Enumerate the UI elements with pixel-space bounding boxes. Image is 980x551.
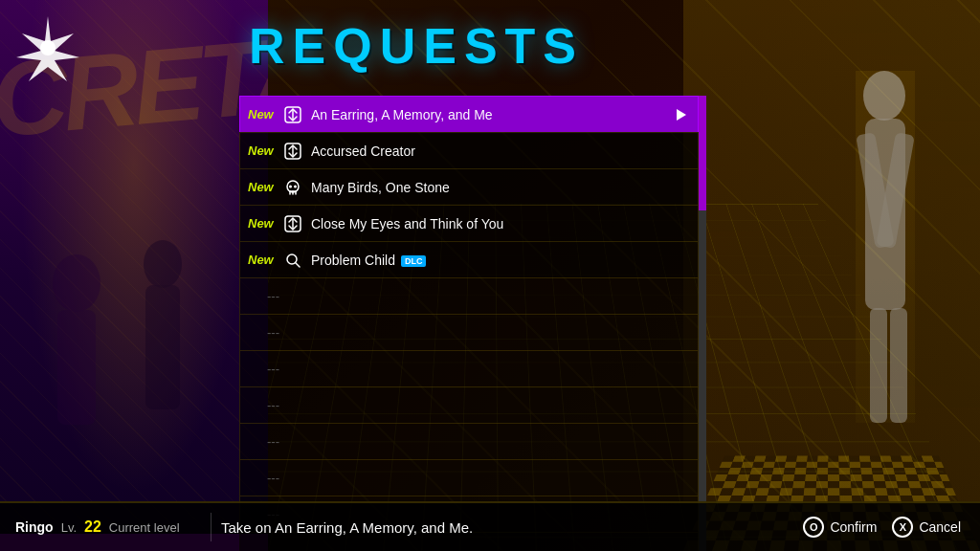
search-icon (282, 250, 303, 271)
confirm-button[interactable]: O Confirm (803, 517, 877, 538)
request-item[interactable]: New An Earring, A Memory, and Me (239, 96, 699, 132)
swap-icon (282, 104, 303, 125)
item-name: Accursed Creator (311, 143, 415, 159)
confirm-label: Confirm (830, 519, 877, 535)
request-item[interactable]: New Problem ChildDLC (239, 241, 699, 277)
item-name: An Earring, A Memory, and Me (311, 107, 493, 122)
request-item[interactable]: --- (239, 314, 699, 350)
svg-point-6 (863, 71, 905, 121)
request-item[interactable]: New Close My Eyes and Think of You (239, 205, 699, 241)
bottom-bar: Ringo Lv. 22 Current level Take on An Ea… (0, 501, 980, 551)
svg-rect-3 (57, 310, 96, 425)
scrollbar-thumb[interactable] (699, 96, 706, 210)
svg-point-1 (40, 40, 56, 55)
current-level-label: Current level (109, 520, 180, 535)
lv-value: 22 (84, 518, 101, 536)
player-name: Ringo (15, 519, 54, 535)
request-item[interactable]: --- (239, 459, 699, 496)
requests-list: New An Earring, A Memory, and MeNew Accu… (239, 96, 699, 551)
empty-slot: --- (248, 289, 279, 303)
item-name: Problem ChildDLC (311, 253, 426, 268)
request-item[interactable]: --- (239, 423, 699, 459)
new-label: New (248, 143, 278, 158)
skull-icon (282, 177, 303, 198)
cancel-label: Cancel (919, 519, 961, 535)
confirm-key-icon: O (803, 517, 824, 538)
empty-slot: --- (248, 434, 279, 449)
request-item[interactable]: New Many Birds, One Stone (239, 168, 699, 205)
lv-label: Lv. (61, 520, 77, 535)
swap-icon (282, 213, 303, 234)
request-item[interactable]: --- (239, 386, 699, 423)
item-name: Many Birds, One Stone (311, 180, 450, 195)
svg-rect-11 (890, 308, 907, 423)
request-item[interactable]: New Accursed Creator (239, 132, 699, 168)
star-burst-icon (14, 14, 81, 81)
empty-slot: --- (248, 325, 279, 340)
empty-slot: --- (248, 398, 279, 412)
svg-line-22 (296, 263, 300, 267)
svg-point-17 (289, 185, 292, 187)
cancel-button[interactable]: X Cancel (892, 517, 961, 538)
empty-slot: --- (248, 471, 279, 485)
new-label: New (248, 107, 278, 121)
empty-slot: --- (248, 362, 279, 376)
player-info: Ringo Lv. 22 Current level (0, 518, 211, 536)
request-item[interactable]: --- (239, 350, 699, 386)
request-item[interactable]: --- (239, 277, 699, 314)
svg-point-16 (287, 181, 299, 192)
svg-point-2 (53, 254, 100, 312)
scrollbar[interactable] (699, 96, 706, 551)
swap-icon (282, 141, 303, 162)
new-label: New (248, 216, 278, 231)
svg-point-18 (294, 185, 297, 187)
item-name: Close My Eyes and Think of You (311, 216, 503, 231)
svg-rect-5 (145, 285, 180, 409)
right-panel (683, 0, 980, 551)
left-panel: CRETACEOUS (0, 0, 268, 551)
requests-panel: New An Earring, A Memory, and MeNew Accu… (239, 96, 699, 551)
bottom-buttons: O Confirm X Cancel (803, 517, 980, 538)
new-label: New (248, 253, 278, 267)
cancel-key-icon: X (892, 517, 913, 538)
svg-rect-10 (870, 308, 887, 423)
svg-point-4 (144, 240, 182, 288)
new-label: New (248, 180, 278, 194)
description-text: Take on An Earring, A Memory, and Me. (212, 519, 803, 536)
dlc-badge: DLC (401, 255, 427, 267)
page-title: REQUESTS (249, 17, 584, 75)
